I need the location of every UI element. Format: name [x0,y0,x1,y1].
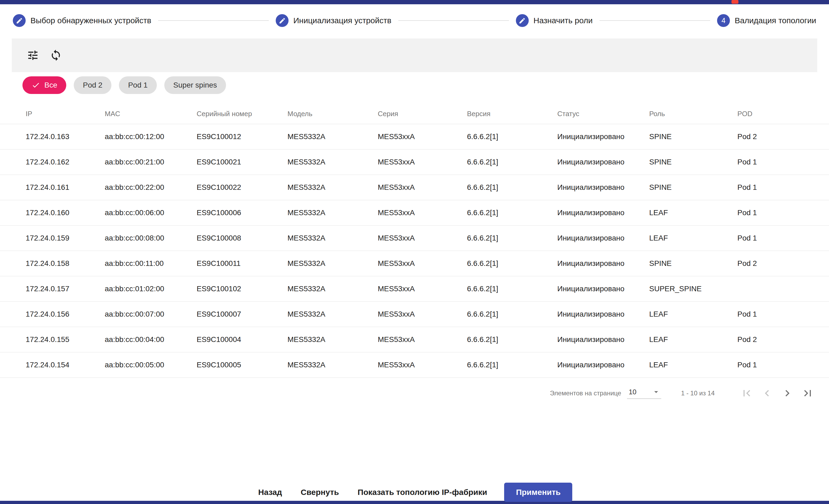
table-cell: 6.6.6.2[1] [467,149,557,175]
table-row[interactable]: 172.24.0.159aa:bb:cc:00:08:00ES9C100008M… [0,225,829,251]
table-cell: 6.6.6.2[1] [467,200,557,225]
table-cell: MES5332A [287,200,378,225]
table-cell: 172.24.0.155 [0,327,105,352]
table-cell: MES5332A [287,301,378,327]
table-cell: LEAF [649,200,737,225]
table-cell: 172.24.0.154 [0,352,105,378]
table-cell: Pod 2 [737,251,829,276]
table-cell: ES9C100006 [196,200,287,225]
table-cell: 172.24.0.160 [0,200,105,225]
stepper-step-1[interactable]: Выбор обнаруженных устройств [13,14,151,27]
filter-chip-все[interactable]: Все [23,76,66,94]
table-cell: 172.24.0.163 [0,124,105,149]
table-cell: aa:bb:cc:00:07:00 [105,301,196,327]
paginator: Элементов на странице 10 1 - 10 из 14 [0,387,829,400]
table-cell: MES53xxA [378,124,467,149]
wizard-panel: Выбор обнаруженных устройствИнициализаци… [0,4,829,501]
step-edit-icon [516,14,529,27]
table-cell: ES9C100011 [196,251,287,276]
table-cell: ES9C100102 [196,276,287,301]
last-page-icon [801,387,814,400]
wizard-actions: Назад Свернуть Показать топологию IP-фаб… [0,482,829,502]
table-cell: ES9C100008 [196,225,287,251]
table-row[interactable]: 172.24.0.161aa:bb:cc:00:22:00ES9C100022M… [0,175,829,200]
table-cell: 6.6.6.2[1] [467,352,557,378]
items-per-page-select[interactable]: 10 [627,387,661,399]
table-cell: Pod 1 [737,301,829,327]
table-row[interactable]: 172.24.0.156aa:bb:cc:00:07:00ES9C100007M… [0,301,829,327]
collapse-button[interactable]: Свернуть [299,488,340,497]
table-cell: MES5332A [287,276,378,301]
table-cell: Pod 1 [737,200,829,225]
filter-button[interactable] [27,49,39,62]
table-toolbar [12,38,817,72]
devices-table: IPMACСерийный номерМодельСерияВерсияСтат… [0,104,829,378]
table-cell: MES5332A [287,251,378,276]
column-header: Серия [378,104,467,124]
table-cell: Инициализировано [557,149,649,175]
table-cell: ES9C100004 [196,327,287,352]
table-cell: 172.24.0.158 [0,251,105,276]
check-icon [32,81,40,89]
table-row[interactable]: 172.24.0.158aa:bb:cc:00:11:00ES9C100011M… [0,251,829,276]
refresh-button[interactable] [50,49,62,62]
column-header: Версия [467,104,557,124]
show-topology-button[interactable]: Показать топологию IP-фабрики [356,488,489,497]
table-cell: 6.6.6.2[1] [467,175,557,200]
table-row[interactable]: 172.24.0.154aa:bb:cc:00:05:00ES9C100005M… [0,352,829,378]
table-cell: Инициализировано [557,251,649,276]
table-cell: Инициализировано [557,175,649,200]
column-header: MAC [105,104,196,124]
filter-chip-pod-2[interactable]: Pod 2 [74,76,111,94]
table-row[interactable]: 172.24.0.162aa:bb:cc:00:21:00ES9C100021M… [0,149,829,175]
table-row[interactable]: 172.24.0.160aa:bb:cc:00:06:00ES9C100006M… [0,200,829,225]
notification-badge [731,0,738,4]
filter-icon [27,49,39,62]
chevron-right-icon [781,387,794,400]
table-cell: 6.6.6.2[1] [467,276,557,301]
step-label: Инициализация устройств [293,16,391,25]
step-label: Выбор обнаруженных устройств [31,16,151,25]
stepper-connector [600,20,710,21]
table-cell: SPINE [649,251,737,276]
table-row[interactable]: 172.24.0.163aa:bb:cc:00:12:00ES9C100012M… [0,124,829,149]
arrow-drop-down-icon [652,387,661,396]
column-header: POD [737,104,829,124]
table-cell: 172.24.0.156 [0,301,105,327]
table-row[interactable]: 172.24.0.157aa:bb:cc:01:02:00ES9C100102M… [0,276,829,301]
table-cell: ES9C100012 [196,124,287,149]
table-cell: Инициализировано [557,225,649,251]
table-cell: MES53xxA [378,149,467,175]
last-page-button[interactable] [801,387,814,400]
table-cell: Pod 1 [737,175,829,200]
filter-chip-pod-1[interactable]: Pod 1 [119,76,156,94]
table-cell: 172.24.0.157 [0,276,105,301]
next-page-button[interactable] [781,387,794,400]
previous-page-button [761,387,773,400]
stepper-step-3[interactable]: Назначить роли [516,14,592,27]
table-cell: 6.6.6.2[1] [467,327,557,352]
table-cell: MES5332A [287,352,378,378]
stepper-step-4[interactable]: 4Валидация топологии [717,14,816,27]
column-header: Роль [649,104,737,124]
table-cell: MES53xxA [378,352,467,378]
chevron-left-icon [761,387,773,400]
table-cell: aa:bb:cc:00:05:00 [105,352,196,378]
table-row[interactable]: 172.24.0.155aa:bb:cc:00:04:00ES9C100004M… [0,327,829,352]
back-button[interactable]: Назад [257,488,284,497]
table-cell: 172.24.0.159 [0,225,105,251]
table-cell: Инициализировано [557,124,649,149]
table-cell: Инициализировано [557,200,649,225]
apply-button[interactable]: Применить [504,482,572,502]
table-cell: Pod 1 [737,225,829,251]
table-cell: SPINE [649,149,737,175]
stepper-step-2[interactable]: Инициализация устройств [276,14,391,27]
step-label: Валидация топологии [735,16,816,25]
step-label: Назначить роли [534,16,592,25]
pod-filter-chips: ВсеPod 2Pod 1Super spines [23,76,829,94]
filter-chip-super-spines[interactable]: Super spines [164,76,226,94]
table-cell: MES53xxA [378,200,467,225]
first-page-button [740,387,753,400]
table-cell: Инициализировано [557,301,649,327]
table-cell: SPINE [649,175,737,200]
